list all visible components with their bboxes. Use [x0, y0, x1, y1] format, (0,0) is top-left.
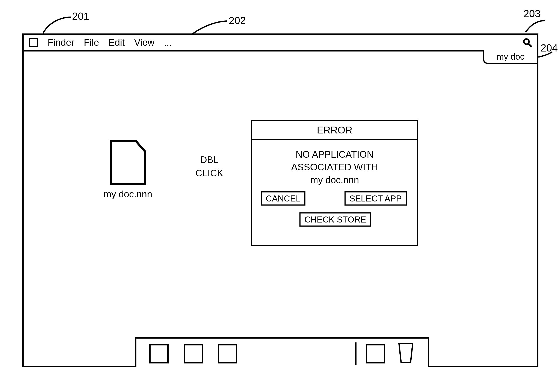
cancel-button[interactable]: CANCEL [261, 191, 306, 205]
dialog-message-l1: NO APPLICATION [296, 149, 374, 160]
menu-view[interactable]: View [134, 37, 154, 48]
dock-divider [355, 342, 356, 365]
error-dialog: ERROR NO APPLICATION ASSOCIATED WITH my … [251, 120, 418, 246]
action-line1: DBL [200, 154, 219, 165]
apple-menu-icon[interactable] [29, 38, 38, 47]
search-icon[interactable] [522, 38, 532, 47]
ref-204: 204 [540, 42, 558, 54]
menu-file[interactable]: File [84, 37, 99, 48]
svg-line-4 [528, 44, 531, 47]
dock [135, 337, 429, 367]
desktop-file[interactable]: my doc.nnn [96, 139, 160, 200]
search-field-value: my doc [497, 52, 524, 62]
file-icon [109, 139, 147, 186]
dialog-title: ERROR [252, 121, 417, 140]
dialog-message-l2: ASSOCIATED WITH [291, 162, 378, 172]
trash-icon[interactable] [396, 342, 416, 364]
menu-more[interactable]: ... [164, 37, 172, 48]
menubar: Finder File Edit View ... [24, 35, 537, 51]
dock-app-3[interactable] [218, 344, 237, 364]
menu-edit[interactable]: Edit [109, 37, 125, 48]
menu-finder[interactable]: Finder [48, 37, 75, 48]
file-name: my doc.nnn [96, 189, 160, 200]
dialog-message: NO APPLICATION ASSOCIATED WITH my doc.nn… [252, 140, 417, 186]
dialog-message-l3: my doc.nnn [310, 175, 359, 185]
desktop-window: Finder File Edit View ... my doc my doc.… [22, 33, 538, 367]
dock-app-2[interactable] [184, 344, 203, 364]
dock-app-1[interactable] [149, 344, 169, 364]
check-store-button[interactable]: CHECK STORE [299, 212, 371, 227]
dock-app-4[interactable] [366, 344, 385, 364]
action-line2: CLICK [196, 168, 223, 178]
ref-203: 203 [523, 8, 540, 19]
ref-201: 201 [72, 10, 89, 22]
search-field[interactable]: my doc [483, 50, 538, 64]
select-app-button[interactable]: SELECT APP [345, 191, 407, 205]
ref-202: 202 [229, 15, 246, 26]
